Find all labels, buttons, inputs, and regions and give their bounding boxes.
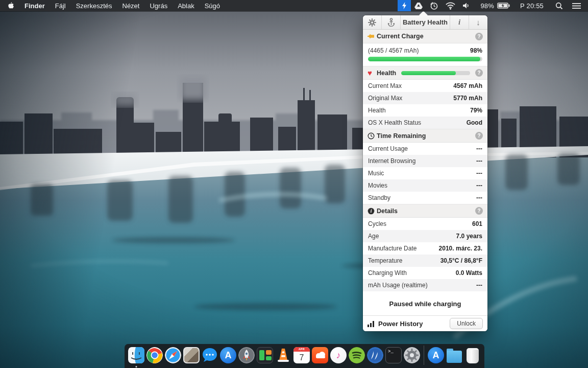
terminal-prompt-glyph: >_ [388,349,394,354]
charge-progress-bar [368,57,482,61]
row-label: mAh Usage (realtime) [368,282,428,289]
row-label: OS X Health Status [368,119,421,126]
row-label: Movies [368,182,387,189]
row-value: --- [476,194,482,201]
table-row: Current Usage --- [363,143,487,155]
dock-item-messages[interactable] [201,346,218,364]
row-label: Standby [368,194,390,201]
health-rows: Current Max 4567 mAh Original Max 5770 m… [363,80,487,129]
messages-icon [202,347,218,363]
status-message: Paused while charging [363,291,487,315]
applications-letter: A [428,347,444,363]
dock-item-finder[interactable] [128,346,145,364]
dock-item-terminal[interactable]: >_ [385,346,402,364]
row-value: 5770 mAh [453,95,482,102]
dock-item-system-preferences[interactable] [403,346,421,364]
dock-item-documents-folder[interactable] [446,346,463,364]
menu-fajl[interactable]: Fájl [50,0,71,11]
charge-percent-text: 98% [470,47,482,54]
anchor-icon [387,18,395,27]
health-header: ♥ Health ? [363,66,487,80]
music-note-glyph: ♪ [336,350,341,361]
table-row: Manufacture Date 2010. márc. 23. [363,242,487,255]
apple-icon [7,2,14,10]
table-row: Standby --- [363,192,487,204]
wifi-menu-extra[interactable] [442,0,459,11]
dock-item-safari[interactable] [164,346,182,364]
menu-sugo[interactable]: Súgó [200,0,225,11]
row-label: Temperature [368,257,402,264]
pin-button[interactable] [382,15,401,29]
dock-item-chrome[interactable] [146,346,163,364]
menu-ablak[interactable]: Ablak [173,0,200,11]
row-label: Current Max [368,82,402,89]
volume-menu-extra[interactable] [459,0,474,11]
desktop-wallpaper [0,0,588,368]
launchpad-rocket-icon [238,347,255,363]
menu-szerkesztes[interactable]: Szerkesztés [71,0,117,11]
menu-clock-text: P 20:55 [517,2,547,10]
table-row: Music --- [363,167,487,179]
plug-icon [368,33,377,39]
dock-item-window-tiles[interactable] [256,346,274,364]
soundcloud-icon [312,347,328,363]
menu-finder[interactable]: Finder [19,0,50,11]
dock-item-vlc[interactable] [275,346,292,364]
spotify-icon [349,347,365,363]
dock-separator [424,346,424,365]
dock-item-launchpad[interactable] [238,346,255,364]
row-value: 30,5°C / 86,8°F [440,257,482,264]
settings-button[interactable] [363,15,382,29]
apple-menu[interactable] [0,0,19,11]
info-button[interactable]: i [450,15,469,29]
row-label: Original Max [368,95,402,102]
notification-center-menu-extra[interactable] [568,0,588,11]
app-store-letter: A [220,347,236,363]
row-label: Music [368,170,384,177]
dock-item-calendar[interactable]: APR 7 [293,346,310,364]
time-machine-menu-extra[interactable] [426,0,442,11]
row-label: Health [368,107,386,114]
table-row: Movies --- [363,179,487,192]
row-value: 4567 mAh [453,82,482,89]
health-progress-fill [401,71,455,75]
details-help-button[interactable]: ? [475,207,483,215]
app-store-icon: A [220,347,236,363]
menu-bar: Finder Fájl Szerkesztés Nézet Ugrás Abla… [0,0,588,11]
clock-status[interactable]: P 20:55 [513,0,550,11]
dock-item-photos[interactable] [183,346,200,364]
dock: A [125,344,484,368]
time-remaining-header: Time Remaining ? [363,129,487,143]
spotlight-menu-extra[interactable] [550,0,568,11]
download-button[interactable]: ↓ [469,15,487,29]
dock-item-winbox[interactable] [366,346,384,364]
winbox-icon [367,347,383,363]
svg-text:i: i [371,209,372,214]
table-row: Cycles 601 [363,218,487,230]
dock-item-trash[interactable] [464,346,481,364]
table-row: Current Max 4567 mAh [363,80,487,92]
details-rows: Cycles 601 Age 7.0 years Manufacture Dat… [363,218,487,291]
dock-item-itunes[interactable]: ♪ [330,346,347,364]
table-row: mAh Usage (realtime) --- [363,279,487,291]
current-charge-title: Current Charge [377,33,424,40]
wallpaper-scene [0,0,588,368]
menu-nezet[interactable]: Nézet [117,0,145,11]
time-remaining-help-button[interactable]: ? [475,132,483,140]
unlock-button[interactable]: Unlock [450,318,483,329]
health-help-button[interactable]: ? [475,69,483,77]
dock-item-soundcloud[interactable] [311,346,329,364]
battery-status[interactable]: 98% [474,0,513,11]
battery-health-menu-extra[interactable] [398,0,411,11]
dock-item-applications-folder[interactable]: A [427,346,445,364]
menu-ugras[interactable]: Ugrás [144,0,173,11]
bar-chart-icon [368,320,375,327]
current-charge-help-button[interactable]: ? [475,33,483,40]
dock-item-spotify[interactable] [348,346,365,364]
google-drive-menu-extra[interactable] [411,0,426,11]
battery-percent-text: 98% [477,2,497,10]
table-row: OS X Health Status Good [363,117,487,129]
dock-item-app-store[interactable]: A [219,346,237,364]
health-title: Health [377,70,396,77]
row-label: Current Usage [368,145,408,152]
